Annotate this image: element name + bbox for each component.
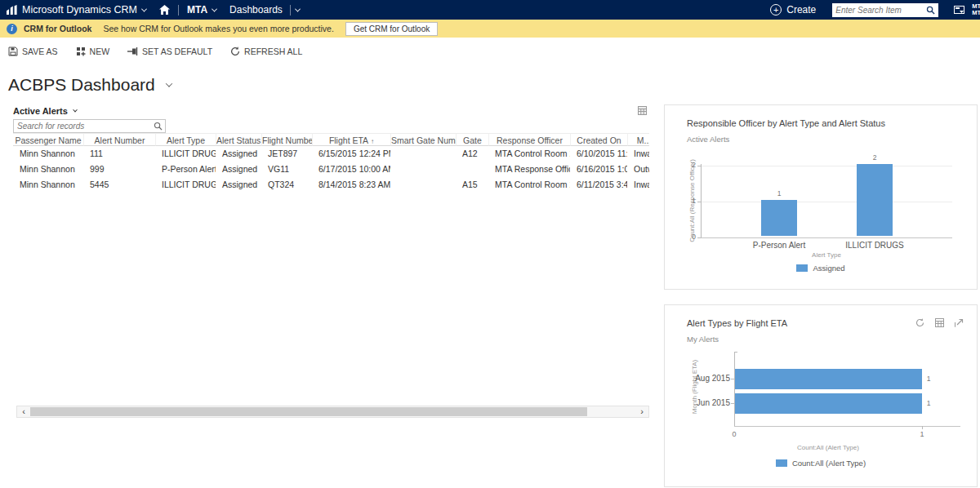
brand-menu[interactable]: Microsoft Dynamics CRM	[0, 0, 153, 20]
y-axis-line	[701, 164, 702, 238]
record-search-box	[13, 119, 166, 133]
global-search-box	[832, 3, 938, 17]
legend-swatch	[776, 459, 787, 467]
dynamics-crm-window: Microsoft Dynamics CRM MTA Dashboards + …	[0, 0, 980, 488]
pin-icon	[127, 47, 138, 56]
get-crm-for-outlook-button[interactable]: Get CRM for Outlook	[345, 22, 438, 36]
scroll-right-icon[interactable]: ›	[635, 406, 648, 417]
nav-separator	[290, 5, 291, 16]
create-button[interactable]: + Create	[762, 4, 824, 16]
bar-jun-2015[interactable]	[735, 393, 922, 414]
column-header-flight-eta[interactable]: Flight ETA↑	[312, 133, 390, 146]
chevron-down-icon	[212, 6, 217, 11]
dynamics-logo-icon	[7, 5, 17, 15]
quick-nav-icon[interactable]	[954, 5, 964, 15]
chevron-down-icon	[166, 80, 172, 87]
gridline	[701, 202, 952, 202]
bar-illicit-drugs[interactable]	[857, 164, 893, 236]
y-tick-2: 2	[683, 161, 696, 169]
legend-label: Count:All (Alert Type)	[792, 459, 866, 468]
bar-value-label: 2	[857, 153, 893, 162]
column-header-alert-status[interactable]: Alert Status↑	[216, 133, 261, 146]
dashboard-selector[interactable]: ACBPS Dashboard	[8, 75, 172, 95]
enlarge-chart-icon[interactable]	[955, 318, 964, 327]
x-tick-0: 0	[726, 430, 742, 438]
bar-aug-2015[interactable]	[735, 369, 922, 389]
user-line-2: MTA	[972, 10, 980, 16]
search-icon[interactable]	[154, 122, 165, 131]
new-label: NEW	[90, 47, 110, 56]
chart-subtitle: My Alerts	[687, 335, 719, 344]
table-row[interactable]: Minn Shannon 999 P-Person Alert Assigned…	[13, 162, 649, 177]
chevron-down-icon	[295, 6, 301, 11]
search-icon[interactable]	[926, 6, 935, 15]
table-row[interactable]: Minn Shannon 111 ILLICIT DRUGS Assigned …	[13, 146, 649, 162]
list-grid-icon[interactable]	[638, 104, 647, 118]
nav-item-dashboards[interactable]: Dashboards	[223, 0, 306, 20]
command-bar: SAVE AS NEW SET AS DEFAULT REFRESH ALL	[0, 38, 980, 65]
legend-swatch	[796, 264, 808, 272]
page-title: ACBPS Dashboard	[8, 75, 155, 95]
info-icon: i	[7, 24, 17, 34]
chart-panel-alert-types: Alert Types by Flight ETA My Alerts Mont…	[664, 304, 978, 487]
bar-value-label: 1	[761, 189, 797, 197]
scrollbar-track[interactable]	[30, 406, 635, 417]
column-header-alert-type[interactable]: Alert Type	[155, 133, 216, 146]
home-button[interactable]	[153, 0, 176, 20]
x-tick-mark	[922, 426, 923, 429]
new-icon	[76, 47, 86, 56]
nav-dashboards-label: Dashboards	[229, 4, 283, 16]
save-icon	[8, 47, 18, 56]
create-label: Create	[786, 4, 816, 16]
chart-subtitle: Active Alerts	[687, 135, 729, 144]
bar-value-label: 1	[911, 375, 947, 383]
new-button[interactable]: NEW	[76, 47, 110, 56]
x-axis-label: Count:All (Alert Type)	[746, 444, 910, 451]
save-as-button[interactable]: SAVE AS	[8, 47, 58, 56]
refresh-icon	[230, 47, 240, 56]
plus-circle-icon: +	[770, 4, 782, 16]
nav-mta-label: MTA	[187, 4, 207, 16]
horizontal-scrollbar[interactable]: ‹ ›	[16, 406, 649, 418]
table-row[interactable]: Minn Shannon 5445 ILLICIT DRUGS Assigned…	[13, 177, 649, 193]
set-as-default-label: SET AS DEFAULT	[142, 47, 212, 56]
x-axis-line	[734, 426, 960, 427]
column-header-alert-number[interactable]: Alert Number	[83, 133, 155, 146]
banner-title: CRM for Outlook	[24, 24, 91, 33]
top-nav-bar: Microsoft Dynamics CRM MTA Dashboards + …	[0, 0, 980, 20]
y-tick-1: 1	[683, 197, 696, 205]
y-tick-0: 0	[683, 233, 696, 241]
y-category-label: Jun 2015	[673, 398, 730, 407]
global-search-input[interactable]	[835, 6, 926, 15]
nav-item-mta[interactable]: MTA	[180, 0, 223, 20]
column-header-created-on[interactable]: Created On	[570, 133, 627, 146]
record-search-input[interactable]	[14, 122, 154, 131]
grid-header-row: Passenger Name Alert Number Alert Type A…	[13, 133, 649, 146]
view-title: Active Alerts	[13, 106, 68, 116]
column-header-smart-gate-number[interactable]: Smart Gate Number	[390, 133, 456, 146]
set-as-default-button[interactable]: SET AS DEFAULT	[127, 47, 212, 56]
column-header-gate[interactable]: Gate	[456, 133, 488, 146]
scroll-left-icon[interactable]: ‹	[17, 406, 30, 417]
legend-label: Assigned	[813, 264, 844, 273]
chart-toolbar	[915, 318, 964, 327]
refresh-all-label: REFRESH ALL	[244, 47, 302, 56]
view-selector-active-alerts[interactable]: Active Alerts	[13, 106, 77, 116]
brand-label: Microsoft Dynamics CRM	[22, 4, 137, 16]
column-header-response-officer[interactable]: Response Officer	[488, 133, 570, 146]
user-info[interactable]: MTA MTA	[972, 3, 980, 16]
scrollbar-thumb[interactable]	[30, 407, 587, 416]
bar-p-person-alert[interactable]	[761, 200, 797, 236]
save-as-label: SAVE AS	[22, 47, 58, 56]
view-grid-icon[interactable]	[935, 318, 944, 327]
x-category-label: P-Person Alert	[737, 241, 822, 250]
chart-panel-responsible-officer: Responsible Officer by Alert Type and Al…	[664, 104, 978, 290]
column-header-passenger-name[interactable]: Passenger Name	[13, 133, 83, 146]
x-axis-label: Alert Type	[745, 251, 908, 259]
refresh-chart-icon[interactable]	[915, 318, 924, 327]
column-header-flight-number[interactable]: Flight Numbe...	[261, 133, 312, 146]
column-header-movement[interactable]: M...	[627, 133, 649, 146]
x-tick-1: 1	[914, 430, 930, 438]
refresh-all-button[interactable]: REFRESH ALL	[230, 47, 302, 56]
y-category-label: Aug 2015	[673, 374, 730, 383]
